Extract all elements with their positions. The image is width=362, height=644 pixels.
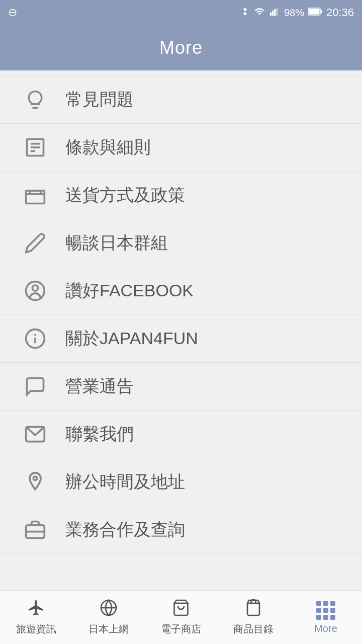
nav-item-travel[interactable]: 旅遊資訊 bbox=[0, 591, 72, 644]
cart-icon bbox=[172, 599, 190, 619]
nav-more-label: More bbox=[314, 623, 337, 634]
bluetooth-icon bbox=[240, 7, 250, 19]
menu-item-chat[interactable]: 暢談日本群組 bbox=[0, 219, 362, 267]
location-icon bbox=[20, 471, 50, 493]
header-title: More bbox=[159, 37, 203, 58]
globe-icon bbox=[100, 599, 118, 619]
notice-label: 營業通告 bbox=[65, 375, 134, 398]
bag-icon bbox=[244, 599, 262, 619]
menu-item-contact[interactable]: 聯繫我們 bbox=[0, 411, 362, 458]
nav-item-shop[interactable]: 電子商店 bbox=[145, 591, 217, 644]
menu-item-office[interactable]: 辦公時間及地址 bbox=[0, 458, 362, 506]
chat-bubble-icon bbox=[20, 375, 50, 397]
nav-shop-label: 電子商店 bbox=[161, 622, 201, 636]
person-circle-icon bbox=[20, 280, 50, 302]
minus-icon: ⊖ bbox=[8, 6, 17, 19]
status-bar: ⊖ 98% 20: bbox=[0, 0, 362, 25]
menu-item-faq[interactable]: 常見問題 bbox=[0, 75, 362, 124]
shipping-label: 送貨方式及政策 bbox=[65, 184, 185, 207]
nav-catalog-label: 商品目錄 bbox=[233, 622, 274, 636]
bottom-nav: 旅遊資訊 日本上網 電子商店 bbox=[0, 590, 362, 644]
svg-point-21 bbox=[33, 476, 37, 480]
briefcase-icon bbox=[20, 519, 50, 541]
svg-point-19 bbox=[35, 335, 36, 336]
about-label: 關於JAPAN4FUN bbox=[65, 327, 198, 350]
svg-rect-5 bbox=[309, 9, 319, 14]
page-header: More bbox=[0, 25, 362, 70]
lightbulb-icon bbox=[20, 89, 50, 111]
book-icon bbox=[20, 136, 50, 158]
office-label: 辦公時間及地址 bbox=[65, 470, 185, 494]
contact-label: 聯繫我們 bbox=[65, 423, 134, 446]
nav-item-japan-net[interactable]: 日本上網 bbox=[72, 591, 145, 644]
signal-icon bbox=[269, 7, 280, 19]
faq-label: 常見問題 bbox=[65, 88, 134, 111]
envelope-icon bbox=[20, 423, 50, 445]
menu-list: 常見問題 條款與細則 送貨方式及政策 bbox=[0, 70, 362, 590]
nav-travel-label: 旅遊資訊 bbox=[16, 622, 56, 636]
menu-item-shipping[interactable]: 送貨方式及政策 bbox=[0, 172, 362, 219]
status-left: ⊖ bbox=[8, 6, 17, 19]
nav-item-catalog[interactable]: 商品目錄 bbox=[217, 591, 290, 644]
svg-rect-3 bbox=[276, 7, 278, 16]
info-circle-icon bbox=[20, 328, 50, 350]
time-display: 20:36 bbox=[326, 6, 354, 19]
menu-item-terms[interactable]: 條款與細則 bbox=[0, 124, 362, 172]
svg-rect-6 bbox=[321, 10, 322, 13]
menu-item-about[interactable]: 關於JAPAN4FUN bbox=[0, 315, 362, 363]
svg-rect-2 bbox=[274, 9, 276, 16]
svg-rect-1 bbox=[272, 11, 274, 16]
dots-grid-icon bbox=[316, 601, 335, 620]
battery-text: 98% bbox=[284, 7, 304, 19]
business-label: 業務合作及查詢 bbox=[65, 518, 185, 541]
battery-icon bbox=[308, 7, 322, 19]
plane-icon bbox=[27, 599, 45, 619]
svg-point-16 bbox=[33, 285, 38, 291]
box-icon bbox=[20, 184, 50, 206]
status-right: 98% 20:36 bbox=[240, 6, 354, 19]
chat-label: 暢談日本群組 bbox=[65, 231, 168, 255]
nav-japan-net-label: 日本上網 bbox=[88, 622, 129, 636]
pencil-icon bbox=[20, 232, 50, 254]
menu-item-facebook[interactable]: 讚好FACEBOOK bbox=[0, 267, 362, 315]
menu-item-business[interactable]: 業務合作及查詢 bbox=[0, 506, 362, 554]
terms-label: 條款與細則 bbox=[65, 136, 151, 159]
wifi-icon bbox=[254, 7, 265, 19]
menu-item-notice[interactable]: 營業通告 bbox=[0, 363, 362, 411]
svg-rect-0 bbox=[270, 12, 272, 16]
facebook-label: 讚好FACEBOOK bbox=[65, 279, 194, 302]
nav-item-more[interactable]: More bbox=[290, 591, 362, 644]
